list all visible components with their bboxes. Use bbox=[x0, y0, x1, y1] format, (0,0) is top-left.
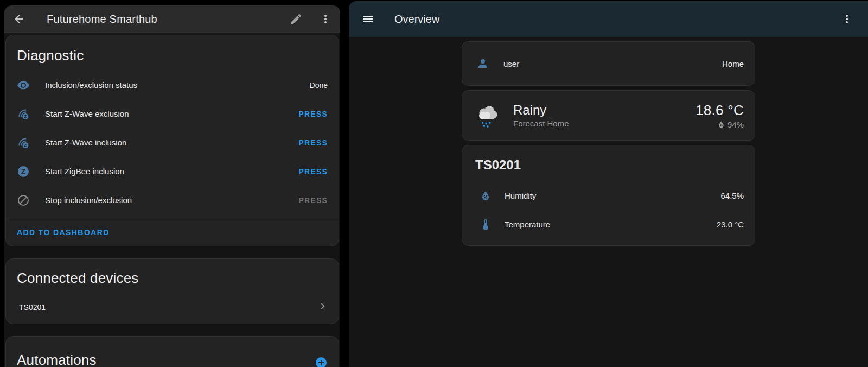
row-zwave-inclusion: Z Start Z-Wave inclusion PRESS bbox=[6, 128, 339, 157]
weather-humidity: 94% bbox=[695, 120, 744, 129]
device-page-content: Diagnostic Inclusion/exclusion status Do… bbox=[4, 33, 340, 367]
row-label: Stop inclusion/exclusion bbox=[45, 195, 299, 205]
overview-menu-button[interactable] bbox=[840, 12, 854, 26]
row-label: Start ZigBee inclusion bbox=[45, 167, 299, 176]
weather-text: Rainy Forecast Home bbox=[513, 103, 695, 128]
device-page-window: Futurehome Smarthub Diagnostic Inclusion… bbox=[4, 5, 340, 367]
rainy-cloud-icon bbox=[473, 102, 500, 129]
thermometer-icon bbox=[479, 218, 492, 231]
sensor-card-title: TS0201 bbox=[462, 157, 755, 173]
dots-vertical-icon bbox=[840, 12, 853, 26]
row-temperature[interactable]: Temperature 23.0 °C bbox=[462, 210, 755, 239]
arrow-left-icon bbox=[12, 12, 25, 26]
back-button[interactable] bbox=[12, 12, 26, 26]
svg-text:Z: Z bbox=[21, 167, 26, 176]
cancel-icon bbox=[17, 194, 30, 207]
weather-source: Forecast Home bbox=[513, 119, 695, 128]
weather-card[interactable]: Rainy Forecast Home 18.6 °C 94% bbox=[462, 90, 755, 141]
person-entity-card[interactable]: user Home bbox=[462, 41, 755, 86]
row-value: 23.0 °C bbox=[717, 220, 744, 229]
row-value: 64.5% bbox=[720, 191, 744, 200]
menu-button[interactable] bbox=[318, 12, 333, 26]
add-to-dashboard-button[interactable]: ADD TO DASHBOARD bbox=[17, 228, 110, 237]
connected-devices-card: Connected devices TS0201 bbox=[5, 258, 339, 324]
automations-title: Automations bbox=[17, 352, 315, 367]
row-zigbee-inclusion: Z Start ZigBee inclusion PRESS bbox=[6, 157, 339, 186]
chevron-right-icon bbox=[317, 300, 329, 314]
zwave-icon: Z bbox=[17, 107, 30, 121]
add-automation-button[interactable] bbox=[315, 356, 328, 367]
sidebar-toggle-button[interactable] bbox=[361, 12, 375, 26]
zigbee-icon: Z bbox=[17, 165, 30, 178]
row-inclusion-status: Inclusion/exclusion status Done bbox=[6, 71, 339, 99]
water-percent-icon bbox=[717, 120, 726, 129]
person-name: user bbox=[503, 59, 722, 68]
press-button[interactable]: PRESS bbox=[299, 167, 328, 176]
device-link-ts0201[interactable]: TS0201 bbox=[6, 294, 339, 320]
diagnostic-card-title: Diagnostic bbox=[6, 47, 339, 64]
humidity-icon bbox=[479, 189, 492, 203]
row-humidity[interactable]: Humidity 64.5% bbox=[462, 181, 755, 210]
plus-circle-icon bbox=[315, 356, 328, 367]
zwave-icon: Z bbox=[17, 136, 30, 149]
person-state: Home bbox=[722, 59, 744, 68]
diagnostic-card: Diagnostic Inclusion/exclusion status Do… bbox=[5, 35, 339, 246]
edit-button[interactable] bbox=[289, 12, 303, 26]
pencil-icon bbox=[290, 12, 303, 26]
row-label: Start Z-Wave exclusion bbox=[45, 109, 299, 118]
press-button-disabled: PRESS bbox=[299, 196, 328, 205]
eye-icon bbox=[17, 79, 30, 92]
weather-humidity-value: 94% bbox=[727, 120, 744, 129]
overview-content: user Home bbox=[349, 37, 868, 367]
diagnostic-card-footer: ADD TO DASHBOARD bbox=[6, 219, 339, 246]
row-zwave-exclusion: Z Start Z-Wave exclusion PRESS bbox=[6, 99, 339, 128]
left-app-header: Futurehome Smarthub bbox=[4, 5, 340, 33]
press-button[interactable]: PRESS bbox=[299, 110, 328, 118]
row-value: Done bbox=[310, 81, 328, 90]
hamburger-menu-icon bbox=[361, 12, 374, 26]
row-label: Inclusion/exclusion status bbox=[45, 80, 310, 90]
svg-text:Z: Z bbox=[24, 114, 27, 119]
overview-header: Overview bbox=[349, 1, 868, 37]
overview-window: Overview user Home bbox=[349, 1, 868, 367]
device-name: TS0201 bbox=[19, 303, 317, 312]
svg-text:Z: Z bbox=[24, 143, 27, 148]
row-stop-inclusion: Stop inclusion/exclusion PRESS bbox=[6, 186, 339, 214]
row-label: Temperature bbox=[505, 220, 717, 229]
row-label: Humidity bbox=[505, 191, 720, 200]
row-label: Start Z-Wave inclusion bbox=[45, 138, 299, 147]
dots-vertical-icon bbox=[319, 12, 332, 26]
press-button[interactable]: PRESS bbox=[299, 138, 328, 147]
automations-card: Automations bbox=[5, 336, 339, 367]
weather-temperature: 18.6 °C bbox=[695, 102, 744, 119]
weather-condition: Rainy bbox=[513, 103, 695, 118]
connected-devices-title: Connected devices bbox=[6, 270, 339, 287]
overview-title: Overview bbox=[394, 13, 840, 26]
page-title: Futurehome Smarthub bbox=[47, 13, 289, 26]
person-icon bbox=[476, 57, 489, 70]
sensor-card-ts0201: TS0201 Humidity 64.5% Temperature 23.0 °… bbox=[462, 145, 755, 246]
weather-readings: 18.6 °C 94% bbox=[695, 102, 744, 129]
